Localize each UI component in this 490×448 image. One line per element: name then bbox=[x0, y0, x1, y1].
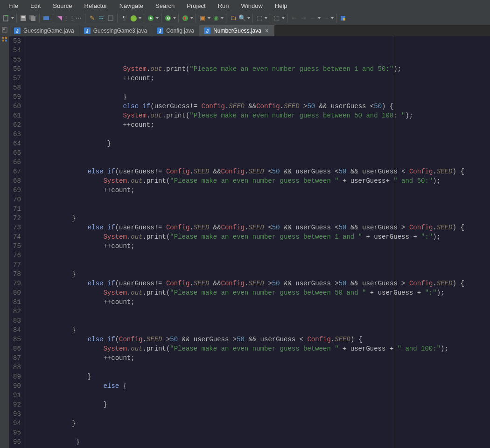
back-icon[interactable]: ← bbox=[308, 14, 317, 22]
menu-navigate[interactable]: Navigate bbox=[114, 1, 149, 11]
code-line[interactable] bbox=[29, 307, 490, 316]
code-line[interactable] bbox=[29, 251, 490, 260]
debug-dropdown[interactable] bbox=[173, 14, 176, 22]
code-line[interactable]: System.out.print("Please make an even nu… bbox=[29, 232, 490, 241]
code-line[interactable]: } bbox=[29, 400, 490, 409]
back-dropdown[interactable] bbox=[318, 14, 321, 22]
code-line[interactable]: } bbox=[29, 269, 490, 279]
menu-file[interactable]: File bbox=[3, 1, 24, 11]
outline-icon[interactable] bbox=[1, 35, 8, 43]
tab-config-java[interactable]: JConfig.java bbox=[152, 25, 199, 36]
ext-run-dropdown[interactable] bbox=[208, 14, 210, 22]
ext-tool-dropdown[interactable] bbox=[221, 14, 224, 22]
menu-edit[interactable]: Edit bbox=[25, 1, 46, 11]
wrap-icon[interactable] bbox=[97, 14, 105, 22]
step-fwd-icon[interactable]: ⇥ bbox=[299, 14, 308, 22]
code-editor[interactable]: 5354555657585960616263646566676869707172… bbox=[9, 36, 490, 448]
android-dropdown[interactable] bbox=[139, 14, 141, 22]
code-line[interactable] bbox=[29, 391, 490, 400]
save-icon[interactable] bbox=[19, 14, 28, 22]
menu-search[interactable]: Search bbox=[150, 1, 180, 11]
code-line[interactable]: ++count; bbox=[29, 74, 490, 83]
nav-prev-icon[interactable]: ⬚ bbox=[255, 14, 264, 22]
tab-guessinggame3-java[interactable]: JGuessingGame3.java bbox=[79, 25, 152, 36]
coverage-dropdown[interactable] bbox=[190, 14, 193, 22]
code-line[interactable]: } bbox=[29, 437, 490, 447]
code-line[interactable] bbox=[29, 148, 490, 158]
code-line[interactable]: } bbox=[29, 139, 490, 148]
menu-refactor[interactable]: Refactor bbox=[79, 1, 113, 11]
code-line[interactable]: else { bbox=[29, 381, 490, 391]
menu-source[interactable]: Source bbox=[47, 1, 77, 11]
ext-run-icon[interactable]: ▣ bbox=[198, 14, 207, 22]
code-line[interactable] bbox=[29, 158, 490, 167]
code-line[interactable] bbox=[29, 363, 490, 372]
code-line[interactable]: } bbox=[29, 92, 490, 102]
grid-icon[interactable]: ⋯ bbox=[74, 14, 83, 22]
code-line[interactable]: System.out.print("Please make an even nu… bbox=[29, 64, 490, 74]
code-line[interactable]: } bbox=[29, 372, 490, 381]
perspective-icon[interactable] bbox=[339, 14, 347, 22]
nav-next-icon[interactable]: ⬚ bbox=[273, 14, 281, 22]
code-line[interactable]: System.out.print("Please make an even nu… bbox=[29, 176, 490, 186]
new-dropdown[interactable] bbox=[11, 14, 14, 22]
code-line[interactable] bbox=[29, 204, 490, 214]
ext-tool-icon[interactable]: ◉ bbox=[211, 14, 220, 22]
wand-icon[interactable]: ✎ bbox=[88, 14, 96, 22]
code-content[interactable]: System.out.print("Please make an even nu… bbox=[26, 36, 490, 448]
code-line[interactable] bbox=[29, 260, 490, 269]
block-icon[interactable] bbox=[106, 14, 115, 22]
code-line[interactable]: System.out.print("Please make an even nu… bbox=[29, 111, 490, 120]
code-line[interactable]: } bbox=[29, 214, 490, 223]
code-line[interactable]: } bbox=[29, 419, 490, 428]
new-icon[interactable] bbox=[2, 14, 10, 22]
tab-guessinggame-java[interactable]: JGuessingGame.java bbox=[9, 25, 79, 36]
code-line[interactable]: else if(Config.SEED >50 && userGuess >50… bbox=[29, 335, 490, 344]
code-line[interactable] bbox=[29, 409, 490, 419]
coverage-icon[interactable] bbox=[181, 14, 189, 22]
code-line[interactable] bbox=[29, 83, 490, 92]
code-line[interactable]: ++count; bbox=[29, 186, 490, 195]
save-all-icon[interactable] bbox=[28, 14, 37, 22]
code-line[interactable]: else if(userGuess!= Config.SEED &&Config… bbox=[29, 167, 490, 176]
code-line[interactable]: System.out.print("Please make an even nu… bbox=[29, 344, 490, 353]
run-dropdown[interactable] bbox=[156, 14, 159, 22]
step-back-icon[interactable]: ⇤ bbox=[290, 14, 298, 22]
restore-icon[interactable] bbox=[1, 26, 8, 34]
code-line[interactable] bbox=[29, 130, 490, 139]
folder-icon[interactable]: 🗀 bbox=[229, 14, 237, 22]
code-line[interactable] bbox=[29, 316, 490, 325]
pilcrow-icon[interactable]: ¶ bbox=[120, 14, 128, 22]
code-line[interactable] bbox=[29, 195, 490, 204]
menu-window[interactable]: Window bbox=[236, 1, 268, 11]
code-line[interactable]: System.out.print("Please make an even nu… bbox=[29, 288, 490, 297]
android-icon[interactable]: ⬤ bbox=[129, 14, 138, 22]
java-file-icon: J bbox=[204, 28, 210, 34]
line-number: 62 bbox=[13, 120, 21, 130]
code-line[interactable]: else if(userGuess!= Config.SEED &&Config… bbox=[29, 279, 490, 288]
code-line[interactable]: else if(userGuess!= Config.SEED &&Config… bbox=[29, 223, 490, 232]
nav-prev-dropdown[interactable] bbox=[265, 14, 267, 22]
forward-dropdown[interactable] bbox=[331, 14, 334, 22]
code-line[interactable]: ++count; bbox=[29, 120, 490, 130]
menu-run[interactable]: Run bbox=[212, 1, 235, 11]
code-line[interactable] bbox=[29, 428, 490, 437]
debug-icon[interactable]: ⚙ bbox=[164, 14, 172, 22]
search-icon[interactable]: 🔍 bbox=[238, 14, 246, 22]
line-number: 91 bbox=[13, 391, 21, 400]
code-line[interactable]: ++count; bbox=[29, 353, 490, 363]
code-line[interactable]: ++count; bbox=[29, 297, 490, 307]
menu-help[interactable]: Help bbox=[269, 1, 293, 11]
run-icon[interactable] bbox=[147, 14, 155, 22]
nav-next-dropdown[interactable] bbox=[282, 14, 285, 22]
search-dropdown[interactable] bbox=[247, 14, 250, 22]
code-line[interactable]: ++count; bbox=[29, 241, 490, 251]
code-line[interactable]: } bbox=[29, 325, 490, 335]
menu-project[interactable]: Project bbox=[181, 1, 211, 11]
dots-icon[interactable]: ⋮⋮ bbox=[65, 14, 73, 22]
tab-numberguess-java[interactable]: JNumberGuess.java× bbox=[199, 25, 275, 36]
code-line[interactable]: else if(userGuess!= Config.SEED &&Config… bbox=[29, 102, 490, 111]
close-icon[interactable]: × bbox=[264, 28, 270, 34]
toggle-highlight-icon[interactable] bbox=[42, 14, 50, 22]
forward-icon[interactable]: → bbox=[322, 14, 330, 22]
